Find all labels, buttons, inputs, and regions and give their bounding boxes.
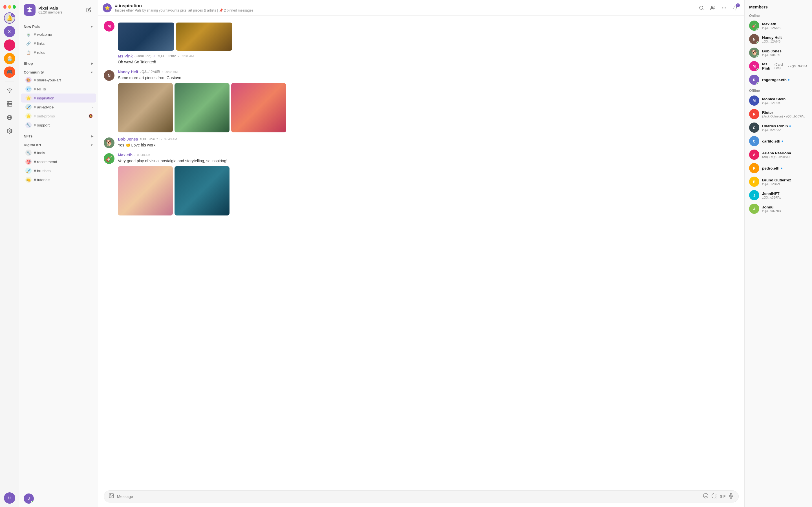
channel-brushes[interactable]: 🖌️ # brushes: [21, 166, 96, 175]
notification-icon[interactable]: 🔔 2: [4, 12, 15, 24]
compose-button[interactable]: [84, 5, 93, 14]
close-button[interactable]: [3, 5, 6, 9]
member-ariannapearlona[interactable]: A Ariana Pearlona (Ari) • zQ3...9d4Bc0: [745, 148, 812, 161]
author-bobjones[interactable]: Bob Jones: [118, 137, 138, 142]
section-shop[interactable]: Shop ▶: [19, 59, 98, 67]
globe-icon[interactable]: [4, 112, 15, 123]
author-nancyhelt[interactable]: Nancy Helt: [118, 69, 138, 74]
member-rogeroger[interactable]: R rogeroger.eth ●: [745, 73, 812, 87]
member-nancyhelt[interactable]: N Nancy Helt zQ3...12A6fB: [745, 33, 812, 46]
sidebar-header: Pixel Pals 61.2K members: [19, 0, 98, 20]
settings-icon[interactable]: [4, 125, 15, 136]
image-sunset-rocks[interactable]: [231, 83, 286, 132]
section-nfts-group[interactable]: NFTs ▶: [19, 132, 98, 139]
server-icon-red[interactable]: [4, 40, 15, 51]
storage-icon[interactable]: [4, 98, 15, 110]
channel-self-promo[interactable]: 🌟 # self-promo 🔕: [21, 112, 96, 121]
image-green-field[interactable]: [174, 83, 230, 132]
member-mspink[interactable]: M Ms Pink (Carol Lee) • zQ3...9i2f8A: [745, 59, 812, 73]
online-dot-maxeth: [756, 28, 759, 31]
image-grid-nancyhelt: [118, 83, 739, 132]
message-input[interactable]: [117, 494, 700, 499]
member-maxeth[interactable]: 🎸 Max.eth zQ3...12A6fB: [745, 19, 812, 33]
gif-button[interactable]: GIF: [720, 495, 725, 499]
channel-links[interactable]: 🔗 # links: [21, 39, 96, 48]
wallet-member-monicastein: zQ3...12F6dC: [762, 101, 808, 105]
attach-media-button[interactable]: [109, 493, 114, 500]
name-member-jonnu: Jonnu: [762, 205, 808, 209]
member-jenninft[interactable]: J JenniNFT zQ3...c3BFAc: [745, 188, 812, 202]
channel-share-your-art[interactable]: 🎨 # share-your-art: [21, 75, 96, 84]
channel-support[interactable]: 🔧 # support: [21, 121, 96, 129]
server-icon[interactable]: [24, 4, 36, 16]
channel-name-inspiration: # inspiration: [34, 96, 93, 100]
avatar-mspink[interactable]: M: [104, 21, 114, 32]
verified-pedro: ●: [781, 166, 783, 170]
channel-nfts[interactable]: 💎 # NFTs: [21, 84, 96, 94]
author-maxeth[interactable]: Max.eth: [118, 153, 133, 157]
avatar-member-bobjones: 🐕: [749, 48, 759, 58]
member-brunogutierrez[interactable]: B Bruno Gutierrez zQ3...12B6cF: [745, 175, 812, 188]
channel-icon-self-promo: 🌟: [26, 113, 32, 119]
wallet-member-bruno: zQ3...12B6cF: [762, 182, 808, 186]
members-toggle-button[interactable]: [708, 3, 717, 12]
channel-icon-share-art: 🎨: [26, 77, 32, 83]
member-jonnu[interactable]: J Jonnu zQ3...9d2c8B: [745, 202, 812, 216]
minimize-button[interactable]: [8, 5, 11, 9]
section-community[interactable]: Community ▼: [19, 68, 98, 75]
channel-tutorials[interactable]: 🍋 # tutorials: [21, 175, 96, 184]
image-car-scene[interactable]: [118, 22, 174, 51]
voice-button[interactable]: [728, 493, 734, 500]
avatar-member-monicastein: M: [749, 96, 759, 106]
channel-rules[interactable]: 📋 # rules: [21, 48, 96, 57]
channel-inspiration[interactable]: ⭐ # inspiration: [21, 94, 96, 103]
section-label-digital-art: Digital Art: [24, 143, 41, 147]
avatar-bobjones[interactable]: 🐕: [104, 137, 114, 148]
section-new-pals[interactable]: New Pals ▼: [19, 22, 98, 30]
channel-welcome[interactable]: 🍵 # welcome: [21, 30, 96, 39]
member-rioter[interactable]: R Rioter (Jack Odinson) • zQ3...b3CFAd: [745, 107, 812, 121]
channel-recommend[interactable]: 🎯 # recommend: [21, 157, 96, 166]
maximize-button[interactable]: [13, 5, 16, 9]
author-mspink[interactable]: Ms Pink: [118, 54, 133, 58]
channel-icon-welcome: 🍵: [26, 31, 32, 38]
member-pedroeth[interactable]: P pedro.eth ●: [745, 161, 812, 175]
channel-badge-art-advice: •: [92, 106, 93, 109]
chat-header: ⭐ # inspiration Inspire other Pals by sh…: [98, 0, 744, 16]
section-digital-art[interactable]: Digital Art ▼: [19, 140, 98, 148]
server-icon-orange[interactable]: 🎮: [4, 66, 15, 78]
pixel-pals-server-icon[interactable]: X: [4, 26, 15, 37]
image-room-scene[interactable]: [176, 22, 232, 51]
channel-name-art-advice: # art-advice: [34, 105, 89, 109]
name-member-pedro: pedro.eth ●: [762, 166, 808, 170]
sticker-button[interactable]: [711, 493, 717, 500]
wifi-icon[interactable]: [4, 85, 15, 96]
current-user-avatar[interactable]: U: [24, 494, 34, 504]
emoji-button[interactable]: [703, 493, 709, 500]
wallet-member-charlesrobin: zQ3...b24BAd: [762, 128, 808, 131]
info-member-mspink: Ms Pink (Carol Lee) • zQ3...9i2f8A: [762, 62, 808, 70]
more-options-button[interactable]: [719, 3, 728, 12]
section-arrow-shop: ▶: [91, 62, 93, 65]
info-member-monicastein: Monica Stein zQ3...12F6dC: [762, 97, 808, 105]
member-monicastein[interactable]: M Monica Stein zQ3...12F6dC: [745, 94, 812, 107]
member-charlesrobin[interactable]: C Charles Robin ● zQ3...b24BAd: [745, 121, 812, 134]
server-icon-cupcake[interactable]: 🧁: [4, 53, 15, 64]
avatar-maxeth[interactable]: 🎸: [104, 153, 114, 164]
channel-tools[interactable]: 🔧 # tools: [21, 148, 96, 157]
image-teal-room[interactable]: [174, 166, 230, 216]
member-bobjones[interactable]: 🐕 Bob Jones zQ3...9d4Ef0: [745, 46, 812, 59]
message-content-maxeth: Max.eth • 09:48 AM Very good play of vis…: [118, 153, 739, 216]
info-member-ariana: Ariana Pearlona (Ari) • zQ3...9d4Bc0: [762, 151, 808, 159]
info-member-rioter: Rioter (Jack Odinson) • zQ3...b3CFAd: [762, 110, 808, 118]
avatar-nancyhelt[interactable]: N: [104, 70, 114, 81]
member-carlito[interactable]: C carlito.eth ●: [745, 134, 812, 148]
notification-bell-button[interactable]: 2: [731, 3, 740, 12]
user-avatar-rail[interactable]: U: [4, 492, 15, 504]
image-beach-sunset[interactable]: [118, 166, 173, 216]
image-sepia-house[interactable]: [118, 83, 173, 132]
search-button[interactable]: [697, 3, 706, 12]
name-member-nancyhelt: Nancy Helt: [762, 36, 808, 40]
channel-icon-tutorials: 🍋: [26, 177, 32, 183]
channel-art-advice[interactable]: 🖌️ # art-advice •: [21, 103, 96, 112]
